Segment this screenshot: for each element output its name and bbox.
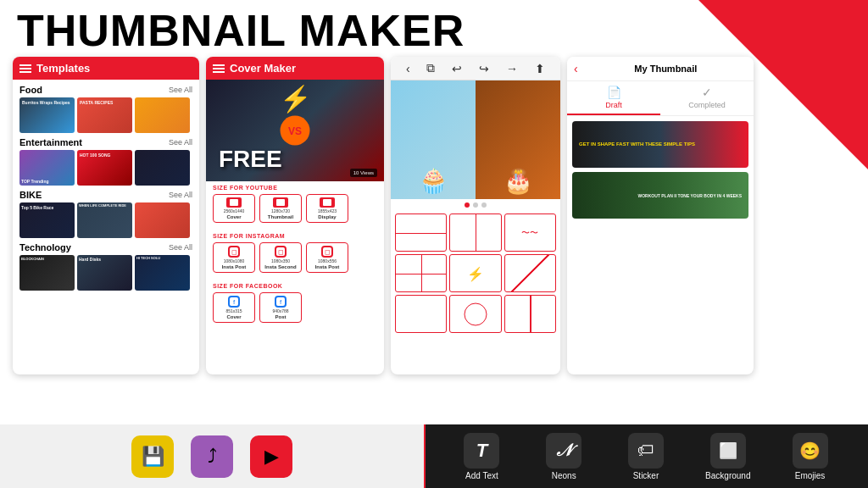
instagram-sizes: ◻ 1080x1080 Insta Post ◻ 1080x350 Insta … [213, 242, 377, 273]
template-split-v[interactable] [449, 214, 501, 252]
forward-icon[interactable]: → [506, 62, 518, 75]
ent-see-all[interactable]: See All [169, 138, 192, 147]
facebook-sizes: f 851x315 Cover f 940x788 Post [213, 292, 377, 323]
yt-cover-icon [226, 197, 242, 208]
phone2-header: Cover Maker [206, 57, 384, 80]
yt-thumbnail[interactable]: 1280x720 Thumbnail [259, 194, 302, 223]
yt-display-label: Display [318, 214, 336, 219]
instagram-label: SIZE FOR INSTAGRAM [213, 233, 377, 239]
bike-thumb-2[interactable] [77, 202, 132, 238]
yt-cover[interactable]: 2560x1440 Cover [213, 194, 255, 223]
ent-thumbs [19, 150, 192, 186]
template-split-4[interactable] [395, 254, 447, 292]
category-tech-label: Technology [19, 242, 71, 252]
template-blank[interactable] [395, 295, 447, 333]
template-split-v-2[interactable] [504, 295, 556, 333]
tech-thumb-2[interactable] [77, 255, 132, 291]
bottom-right-bar: T Add Text 𝒩 Neons 🏷 Sticker ⬜ Backgroun… [424, 424, 868, 488]
fb-card-2[interactable]: f 940x788 Post [259, 292, 302, 323]
youtube-icon: ▶ [250, 435, 292, 478]
save-icon: 💾 [131, 435, 174, 478]
undo-icon[interactable]: ↩ [452, 62, 462, 75]
layers-icon[interactable]: ⧉ [426, 61, 435, 75]
youtube-button[interactable]: ▶ [250, 435, 292, 478]
hamburger-icon[interactable] [19, 64, 31, 73]
template-lightning[interactable] [449, 254, 501, 292]
bottom-divider [424, 424, 426, 488]
yt-display[interactable]: 1855x423 Display [306, 194, 348, 223]
svg-rect-0 [230, 199, 238, 206]
tech-thumbs [19, 255, 192, 291]
thumbnail-preview-1[interactable] [572, 121, 748, 168]
views-badge: 10 Views [350, 169, 377, 177]
youtube-label: SIZE FOR YOUTUBE [213, 185, 377, 191]
export-icon[interactable]: ⬆ [535, 62, 545, 75]
phone-cover-maker: Cover Maker ⚡ VS 10 Views SIZE FOR YOUTU… [206, 57, 384, 374]
tab-draft[interactable]: 📄 Draft [567, 81, 660, 115]
bike-thumb-1[interactable] [19, 202, 75, 238]
yt-display-icon [320, 197, 335, 208]
sticker-tool[interactable]: 🏷 Sticker [616, 433, 676, 480]
yt-cover-label: Cover [226, 214, 241, 219]
tech-thumb-1[interactable] [19, 255, 75, 291]
insta-second[interactable]: ◻ 1080x350 Insta Second [259, 242, 302, 273]
food-thumb-1[interactable] [19, 97, 75, 133]
phone2-title: Cover Maker [230, 62, 296, 75]
template-circle[interactable] [449, 295, 501, 333]
insta-post-1[interactable]: ◻ 1080x1080 Insta Post [213, 242, 255, 273]
food-thumb-3[interactable] [135, 97, 190, 133]
my-thumb-title: My Thumbnail [585, 64, 747, 74]
yt-display-size: 1855x423 [318, 208, 337, 214]
insta-label-1: Insta Post [222, 264, 247, 269]
background-tool[interactable]: ⬜ Background [698, 433, 758, 480]
food-see-all[interactable]: See All [169, 86, 192, 94]
tab-draft-label: Draft [605, 101, 622, 109]
facebook-section: SIZE FOR FACEBOOK f 851x315 Cover f 940x… [206, 280, 384, 330]
svg-rect-2 [323, 199, 331, 206]
bike-see-all[interactable]: See All [169, 191, 192, 199]
template-diagonal[interactable] [504, 254, 556, 292]
back-arrow-icon[interactable]: ‹ [574, 62, 578, 75]
ent-thumb-1[interactable] [19, 150, 75, 186]
dot-2[interactable] [473, 202, 478, 208]
food-thumb-2[interactable] [77, 97, 132, 133]
phones-container: Templates Food See All Entertainment See… [0, 57, 868, 379]
tech-see-all[interactable]: See All [169, 243, 192, 252]
tab-completed[interactable]: ✓ Completed [660, 81, 754, 115]
ent-thumb-3[interactable] [135, 150, 190, 186]
hamburger-icon-2[interactable] [213, 64, 225, 73]
bike-thumb-3[interactable] [135, 202, 190, 238]
neons-tool[interactable]: 𝒩 Neons [534, 433, 593, 480]
add-text-tool[interactable]: T Add Text [452, 433, 511, 480]
save-button[interactable]: 💾 [131, 435, 174, 478]
phone-editor: ‹ ⧉ ↩ ↪ → ⬆ 🧁 🎂 [391, 57, 560, 374]
youtube-sizes: 2560x1440 Cover 1280x720 Thumbnail 1855x… [213, 194, 377, 223]
background-icon: ⬜ [710, 433, 746, 469]
thumbnail-list [567, 116, 754, 224]
redo-icon[interactable]: ↪ [479, 62, 489, 75]
canvas-left: 🧁 [391, 80, 476, 199]
share-button[interactable]: ⤴ [191, 435, 233, 478]
template-split-h[interactable] [395, 214, 447, 252]
template-wave[interactable] [504, 214, 556, 252]
fb-card-1[interactable]: f 851x315 Cover [213, 292, 255, 323]
insta-post-3[interactable]: ◻ 1080x556 Insta Post [306, 242, 348, 273]
cupcake-icon-right: 🎂 [504, 167, 533, 195]
thumbnail-preview-2[interactable] [572, 172, 748, 219]
back-icon[interactable]: ‹ [406, 62, 410, 75]
fb-icon-1: f [228, 296, 240, 308]
ent-thumb-2[interactable] [77, 150, 132, 186]
emojies-tool[interactable]: 😊 Emojies [781, 433, 840, 480]
food-thumbs [19, 97, 192, 133]
vs-badge: VS [281, 116, 310, 146]
insta-size-1: 1080x1080 [224, 258, 245, 263]
phone1-body: Food See All Entertainment See All BIKE [13, 80, 199, 300]
yt-thumbnail-label: Thumbnail [268, 214, 293, 219]
dot-1[interactable] [465, 202, 470, 208]
svg-rect-1 [276, 199, 285, 206]
emojies-icon: 😊 [793, 433, 828, 469]
category-bike-row: BIKE See All [19, 190, 192, 200]
dot-3[interactable] [481, 202, 487, 208]
tech-thumb-3[interactable] [135, 255, 190, 291]
sticker-icon: 🏷 [628, 433, 664, 469]
